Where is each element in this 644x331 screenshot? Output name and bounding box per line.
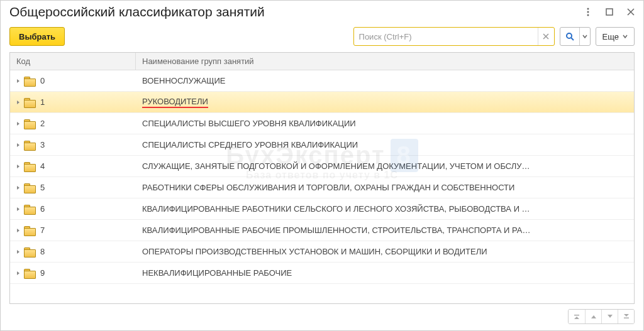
folder-icon xyxy=(24,119,35,128)
table-body: 0ВОЕННОСЛУЖАЩИЕ1РУКОВОДИТЕЛИ2СПЕЦИАЛИСТЫ… xyxy=(10,70,634,303)
cell-name: РАБОТНИКИ СФЕРЫ ОБСЛУЖИВАНИЯ И ТОРГОВЛИ,… xyxy=(136,183,634,192)
name-value: КВАЛИФИЦИРОВАННЫЕ РАБОЧИЕ ПРОМЫШЛЕННОСТИ… xyxy=(142,225,531,235)
col-name-header[interactable]: Наименование групп занятий xyxy=(136,53,634,70)
folder-icon xyxy=(24,205,35,214)
svg-point-1 xyxy=(587,11,589,13)
cell-name: СПЕЦИАЛИСТЫ ВЫСШЕГО УРОВНЯ КВАЛИФИКАЦИИ xyxy=(136,119,634,128)
code-value: 3 xyxy=(38,140,45,149)
folder-icon xyxy=(24,141,35,149)
svg-rect-6 xyxy=(624,318,629,319)
nav-up-button[interactable] xyxy=(585,310,601,323)
cell-name: НЕКВАЛИФИЦИРОВАННЫЕ РАБОЧИЕ xyxy=(136,268,634,278)
code-value: 8 xyxy=(38,247,45,256)
toolbar: Выбрать Еще xyxy=(1,26,643,52)
code-value: 9 xyxy=(38,268,45,278)
cell-code: 5 xyxy=(10,183,136,192)
maximize-icon[interactable] xyxy=(604,7,614,17)
svg-point-2 xyxy=(587,14,589,16)
code-value: 1 xyxy=(38,97,45,107)
name-value: СЛУЖАЩИЕ, ЗАНЯТЫЕ ПОДГОТОВКОЙ И ОФОРМЛЕН… xyxy=(142,161,530,171)
folder-icon xyxy=(24,269,35,278)
svg-rect-5 xyxy=(574,315,579,316)
footer xyxy=(1,304,643,330)
expand-icon[interactable] xyxy=(15,270,21,276)
table-row[interactable]: 8ОПЕРАТОРЫ ПРОИЗВОДСТВЕННЫХ УСТАНОВОК И … xyxy=(10,241,634,263)
name-value: СПЕЦИАЛИСТЫ ВЫСШЕГО УРОВНЯ КВАЛИФИКАЦИИ xyxy=(142,119,356,128)
nav-buttons xyxy=(568,309,635,324)
titlebar: Общероссийский классификатор занятий xyxy=(1,1,643,26)
code-value: 0 xyxy=(38,76,45,85)
cell-name: КВАЛИФИЦИРОВАННЫЕ РАБОЧИЕ ПРОМЫШЛЕННОСТИ… xyxy=(136,225,634,235)
cell-name: ОПЕРАТОРЫ ПРОИЗВОДСТВЕННЫХ УСТАНОВОК И М… xyxy=(136,247,634,256)
cell-name: РУКОВОДИТЕЛИ xyxy=(136,97,634,108)
code-value: 7 xyxy=(38,225,45,235)
close-icon[interactable] xyxy=(626,7,636,17)
nav-first-button[interactable] xyxy=(569,310,585,323)
window-actions xyxy=(583,7,636,17)
name-value: ОПЕРАТОРЫ ПРОИЗВОДСТВЕННЫХ УСТАНОВОК И М… xyxy=(142,247,487,256)
search-box xyxy=(353,27,555,46)
expand-icon[interactable] xyxy=(15,227,21,234)
code-value: 5 xyxy=(38,183,45,192)
expand-icon[interactable] xyxy=(15,206,21,212)
code-value: 6 xyxy=(38,204,45,214)
name-value: ВОЕННОСЛУЖАЩИЕ xyxy=(142,76,226,85)
folder-icon xyxy=(24,98,35,107)
cell-code: 1 xyxy=(10,97,136,107)
table-row[interactable]: 0ВОЕННОСЛУЖАЩИЕ xyxy=(10,70,634,92)
window: Общероссийский классификатор занятий Выб… xyxy=(0,0,644,331)
code-value: 4 xyxy=(38,161,45,171)
svg-point-0 xyxy=(587,8,589,10)
cell-code: 2 xyxy=(10,119,136,128)
name-value: НЕКВАЛИФИЦИРОВАННЫЕ РАБОЧИЕ xyxy=(142,268,292,278)
name-value: СПЕЦИАЛИСТЫ СРЕДНЕГО УРОВНЯ КВАЛИФИКАЦИИ xyxy=(142,140,358,149)
name-value: РУКОВОДИТЕЛИ xyxy=(142,97,208,108)
table-header: Код Наименование групп занятий xyxy=(10,53,634,70)
window-title: Общероссийский классификатор занятий xyxy=(9,4,583,19)
cell-name: СЛУЖАЩИЕ, ЗАНЯТЫЕ ПОДГОТОВКОЙ И ОФОРМЛЕН… xyxy=(136,161,634,171)
nav-down-button[interactable] xyxy=(601,310,618,323)
expand-icon[interactable] xyxy=(15,185,21,191)
table-row[interactable]: 9НЕКВАЛИФИЦИРОВАННЫЕ РАБОЧИЕ xyxy=(10,263,634,284)
search-input[interactable] xyxy=(354,32,538,41)
col-code-header[interactable]: Код xyxy=(10,53,136,70)
more-button[interactable]: Еще xyxy=(596,27,635,46)
expand-icon[interactable] xyxy=(15,249,21,255)
kebab-icon[interactable] xyxy=(583,7,593,17)
cell-name: КВАЛИФИЦИРОВАННЫЕ РАБОТНИКИ СЕЛЬСКОГО И … xyxy=(136,204,634,214)
table-row[interactable]: 4СЛУЖАЩИЕ, ЗАНЯТЫЕ ПОДГОТОВКОЙ И ОФОРМЛЕ… xyxy=(10,156,634,177)
name-value: РАБОТНИКИ СФЕРЫ ОБСЛУЖИВАНИЯ И ТОРГОВЛИ,… xyxy=(142,183,514,192)
table-row[interactable]: 2СПЕЦИАЛИСТЫ ВЫСШЕГО УРОВНЯ КВАЛИФИКАЦИИ xyxy=(10,113,634,134)
expand-icon[interactable] xyxy=(15,142,21,148)
cell-code: 3 xyxy=(10,140,136,149)
expand-icon[interactable] xyxy=(15,163,21,170)
cell-code: 8 xyxy=(10,247,136,256)
folder-icon xyxy=(24,77,35,85)
folder-icon xyxy=(24,162,35,171)
table-row[interactable]: 6КВАЛИФИЦИРОВАННЫЕ РАБОТНИКИ СЕЛЬСКОГО И… xyxy=(10,198,634,220)
name-value: КВАЛИФИЦИРОВАННЫЕ РАБОТНИКИ СЕЛЬСКОГО И … xyxy=(142,204,530,214)
folder-icon xyxy=(24,183,35,192)
code-value: 2 xyxy=(38,119,45,128)
select-button[interactable]: Выбрать xyxy=(9,27,65,46)
folder-icon xyxy=(24,226,35,235)
table-row[interactable]: 5РАБОТНИКИ СФЕРЫ ОБСЛУЖИВАНИЯ И ТОРГОВЛИ… xyxy=(10,177,634,198)
cell-name: ВОЕННОСЛУЖАЩИЕ xyxy=(136,76,634,85)
search-split-button xyxy=(560,27,591,46)
cell-name: СПЕЦИАЛИСТЫ СРЕДНЕГО УРОВНЯ КВАЛИФИКАЦИИ xyxy=(136,140,634,149)
table-row[interactable]: 3СПЕЦИАЛИСТЫ СРЕДНЕГО УРОВНЯ КВАЛИФИКАЦИ… xyxy=(10,134,634,156)
clear-search-icon[interactable] xyxy=(538,28,554,45)
cell-code: 6 xyxy=(10,204,136,214)
expand-icon[interactable] xyxy=(15,99,21,106)
search-dropdown-button[interactable] xyxy=(579,28,590,45)
table-row[interactable]: 7КВАЛИФИЦИРОВАННЫЕ РАБОЧИЕ ПРОМЫШЛЕННОСТ… xyxy=(10,220,634,241)
expand-icon[interactable] xyxy=(15,78,21,84)
table-row[interactable]: 1РУКОВОДИТЕЛИ xyxy=(10,92,634,113)
search-button[interactable] xyxy=(560,28,579,45)
nav-last-button[interactable] xyxy=(618,310,634,323)
cell-code: 0 xyxy=(10,76,136,85)
table: Код Наименование групп занятий 0ВОЕННОСЛ… xyxy=(9,52,635,304)
cell-code: 4 xyxy=(10,161,136,171)
expand-icon[interactable] xyxy=(15,121,21,127)
folder-icon xyxy=(24,247,35,256)
